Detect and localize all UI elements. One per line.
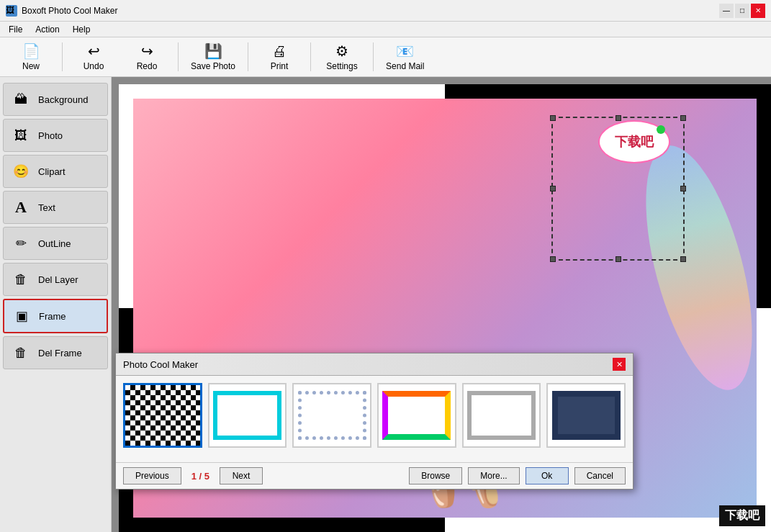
more-button[interactable]: More... <box>468 467 519 484</box>
frame-item-cyan[interactable] <box>208 383 287 448</box>
previous-button[interactable]: Previous <box>123 467 181 484</box>
dialog-overlay: Photo Cool Maker ✕ <box>0 0 771 532</box>
frame-gray-preview <box>467 391 536 441</box>
browse-button[interactable]: Browse <box>409 467 462 484</box>
page-info: 1 / 5 <box>191 471 209 482</box>
frame-checker-preview <box>125 385 200 446</box>
frame-dialog: Photo Cool Maker ✕ <box>115 353 634 490</box>
dialog-titlebar: Photo Cool Maker ✕ <box>116 353 633 376</box>
dialog-content <box>116 376 633 462</box>
next-button[interactable]: Next <box>220 467 263 484</box>
frame-dark-preview <box>552 391 621 441</box>
frame-cyan-preview <box>213 391 281 441</box>
cancel-button[interactable]: Cancel <box>574 467 626 484</box>
dialog-footer: Previous 1 / 5 Next Browse More... Ok Ca… <box>116 462 633 489</box>
frame-dotted-preview <box>298 391 366 441</box>
frame-item-colorful[interactable] <box>377 383 456 448</box>
ok-button[interactable]: Ok <box>526 467 569 484</box>
frame-colorful-preview <box>382 391 451 441</box>
frame-item-gray[interactable] <box>462 383 541 448</box>
frame-grid <box>123 383 626 448</box>
frame-item-checker[interactable] <box>123 383 202 448</box>
dialog-close-button[interactable]: ✕ <box>613 358 626 371</box>
frame-item-dark[interactable] <box>546 383 626 448</box>
dialog-title: Photo Cool Maker <box>123 359 198 370</box>
frame-item-dotted[interactable] <box>292 383 371 448</box>
